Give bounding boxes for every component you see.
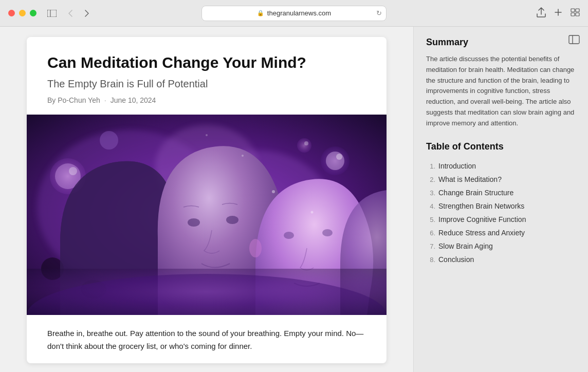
toc-item-num: 3.: [426, 189, 435, 197]
svg-rect-0: [47, 10, 57, 17]
summary-title: Summary: [426, 37, 576, 48]
reload-button[interactable]: ↻: [376, 9, 382, 17]
article-panel: Can Meditation Change Your Mind? The Emp…: [0, 27, 413, 372]
article-meta: By Po-Chun Yeh · June 10, 2024: [47, 96, 366, 104]
sidebar-toggle-button[interactable]: [45, 8, 59, 18]
article-title: Can Meditation Change Your Mind?: [47, 53, 366, 72]
article-author: By Po-Chun Yeh: [47, 96, 100, 104]
svg-rect-6: [571, 13, 575, 16]
lock-icon: 🔒: [257, 10, 264, 16]
summary-text: The article discusses the potential bene…: [426, 54, 576, 129]
toc-item-label: Reduce Stress and Anxiety: [438, 229, 525, 237]
toc-item-num: 7.: [426, 243, 435, 250]
svg-rect-5: [576, 9, 579, 12]
svg-rect-34: [27, 269, 387, 315]
toolbar-right: [537, 7, 580, 20]
toc-item[interactable]: 3.Change Brain Structure: [426, 186, 576, 199]
toc-list: 1.Introduction2.What is Meditation?3.Cha…: [426, 159, 576, 266]
article-header: Can Meditation Change Your Mind? The Emp…: [27, 37, 387, 115]
toc-item-label: Conclusion: [438, 255, 474, 264]
traffic-lights: [8, 10, 36, 16]
svg-point-36: [242, 155, 244, 157]
article-card: Can Meditation Change Your Mind? The Emp…: [27, 37, 387, 363]
hero-image: [27, 115, 387, 315]
toc-item-num: 2.: [426, 176, 435, 183]
toc-item[interactable]: 6.Reduce Stress and Anxiety: [426, 226, 576, 239]
svg-rect-7: [576, 13, 579, 16]
toc-item[interactable]: 5.Improve Cognitive Function: [426, 213, 576, 226]
svg-point-32: [249, 239, 262, 257]
toc-item-label: Slow Brain Aging: [438, 242, 493, 250]
toc-item[interactable]: 8.Conclusion: [426, 253, 576, 266]
article-date: June 10, 2024: [111, 96, 156, 104]
url-text: thegranularnews.com: [267, 9, 331, 17]
svg-point-28: [188, 218, 200, 227]
toc-item-label: What is Meditation?: [438, 175, 502, 183]
toc-item-label: Improve Cognitive Function: [438, 215, 526, 224]
forward-button[interactable]: [80, 8, 94, 19]
svg-point-16: [326, 152, 344, 170]
svg-point-37: [311, 211, 314, 214]
toc-item-num: 4.: [426, 202, 435, 210]
svg-point-29: [226, 216, 238, 224]
svg-point-31: [322, 229, 333, 236]
share-icon[interactable]: [537, 7, 546, 20]
back-button[interactable]: [63, 8, 78, 19]
toc-item[interactable]: 4.Strengthen Brain Networks: [426, 199, 576, 213]
svg-point-30: [284, 232, 294, 239]
toc-item[interactable]: 7.Slow Brain Aging: [426, 239, 576, 253]
svg-point-35: [272, 190, 275, 193]
svg-rect-4: [571, 9, 575, 12]
tab-overview-icon[interactable]: [571, 8, 580, 18]
meta-dot: ·: [104, 96, 106, 104]
svg-point-14: [69, 167, 77, 175]
nav-buttons: [63, 8, 94, 19]
svg-point-17: [336, 154, 342, 160]
toc-title: Table of Contents: [426, 141, 576, 152]
close-button[interactable]: [8, 10, 15, 16]
svg-point-25: [100, 131, 118, 150]
address-bar[interactable]: 🔒 thegranularnews.com ↻: [201, 6, 387, 21]
toc-item[interactable]: 2.What is Meditation?: [426, 173, 576, 186]
toc-item-label: Strengthen Brain Networks: [438, 202, 524, 210]
article-body: Breathe in, breathe out. Pay attention t…: [27, 315, 387, 363]
toc-item-num: 5.: [426, 216, 435, 224]
main-area: Can Meditation Change Your Mind? The Emp…: [0, 27, 588, 372]
svg-point-38: [206, 134, 208, 136]
toc-item-num: 1.: [426, 162, 435, 170]
svg-point-23: [297, 138, 311, 153]
maximize-button[interactable]: [30, 10, 36, 16]
titlebar: 🔒 thegranularnews.com ↻: [0, 0, 588, 27]
toc-item-label: Change Brain Structure: [438, 189, 513, 197]
toc-item[interactable]: 1.Introduction: [426, 159, 576, 173]
toc-item-num: 6.: [426, 229, 435, 237]
minimize-button[interactable]: [19, 10, 26, 16]
new-tab-icon[interactable]: [554, 8, 562, 18]
article-body-text: Breathe in, breathe out. Pay attention t…: [47, 327, 366, 353]
toc-item-label: Introduction: [438, 162, 476, 170]
right-panel: Summary The article discusses the potent…: [413, 27, 588, 372]
article-subtitle: The Empty Brain is Full of Potential: [47, 78, 366, 90]
toc-item-num: 8.: [426, 256, 435, 264]
panel-toggle-icon[interactable]: [568, 35, 580, 46]
svg-point-24: [304, 141, 308, 145]
svg-rect-39: [569, 35, 579, 44]
